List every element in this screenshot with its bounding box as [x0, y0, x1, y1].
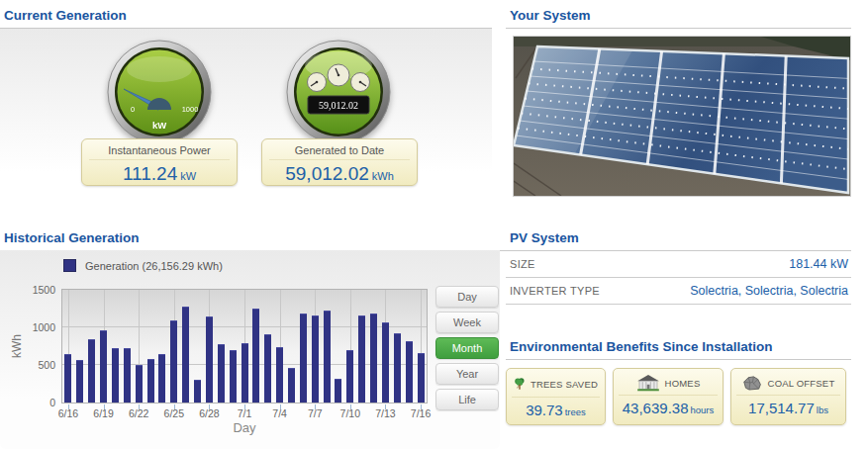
your-system-title: Your System: [506, 0, 851, 29]
generation-bar-6/25: [170, 320, 177, 403]
pv-row-inverter-type: INVERTER TYPE Solectria, Solectria, Sole…: [506, 278, 851, 305]
chart-range-button-year[interactable]: Year: [435, 363, 499, 385]
instantaneous-power-gauge-icon: 0 1000 kW: [107, 40, 212, 144]
gauge-max-label: 1000: [182, 105, 199, 114]
generation-bar-6/21: [124, 348, 131, 403]
solar-dashboard-page: { "sections": { "current_generation": "C…: [0, 0, 868, 449]
homes-unit: hours: [690, 404, 714, 415]
generation-bar-6/16: [64, 354, 71, 403]
generation-bar-6/18: [88, 339, 95, 403]
generation-bar-6/19: [100, 330, 107, 403]
y-axis-label: 1500: [14, 284, 55, 296]
legend-swatch: [63, 259, 76, 272]
generation-bar-7/4: [276, 347, 283, 403]
generation-bar-7/12: [370, 314, 377, 403]
x-axis-label: 6/22: [129, 407, 148, 419]
instantaneous-power-value: 111.24kW: [82, 160, 237, 185]
current-generation-title: Current Generation: [0, 0, 492, 29]
coal-offset-unit: lbs: [817, 404, 828, 415]
section-your-system: Your System: [506, 0, 851, 197]
historical-generation-title: Historical Generation: [0, 223, 506, 251]
generation-bar-7/14: [394, 333, 401, 403]
pv-inverter-value: Solectria, Solectria, Solectria: [690, 284, 848, 298]
coal-icon: [742, 374, 763, 392]
coal-offset-value-row: 17,514.77lbs: [731, 396, 845, 417]
x-axis-label: 7/7: [308, 407, 323, 419]
generation-bar-6/29: [218, 344, 225, 403]
generation-bar-7/10: [346, 350, 353, 403]
trees-saved-value-row: 39.73trees: [507, 398, 605, 419]
x-axis-label: 6/19: [93, 407, 113, 419]
generation-bar-6/30: [230, 350, 237, 403]
x-axis-title: Day: [61, 420, 428, 435]
generation-bar-7/8: [324, 311, 331, 403]
generation-bar-6/20: [112, 348, 119, 403]
solar-panel-photo: [513, 36, 851, 197]
trees-saved-value: 39.73: [526, 402, 563, 418]
x-axis-label: 7/13: [375, 407, 395, 419]
generation-bar-6/26: [182, 307, 189, 403]
section-pv-system: PV System SIZE 181.44 kW INVERTER TYPE S…: [506, 223, 851, 305]
generation-bar-7/11: [358, 315, 365, 403]
generation-bar-7/13: [382, 322, 389, 403]
generation-bar-7/5: [288, 368, 295, 403]
trees-saved-card: TREES SAVED 39.73trees: [506, 368, 606, 425]
generated-to-date-value: 59,012.02kWh: [262, 160, 417, 185]
chart-range-button-life[interactable]: Life: [435, 389, 499, 410]
pv-row-size: SIZE 181.44 kW: [506, 251, 851, 278]
pv-inverter-label: INVERTER TYPE: [510, 285, 600, 297]
section-environmental-benefits: Environmental Benefits Since Installatio…: [506, 331, 851, 425]
generation-bar-6/23: [147, 359, 154, 403]
generation-bar-6/24: [158, 354, 165, 403]
x-axis-label: 7/16: [411, 407, 431, 419]
pv-size-label: SIZE: [510, 258, 535, 270]
trees-saved-label: TREES SAVED: [530, 379, 598, 390]
generation-bar-7/6: [300, 314, 307, 403]
environmental-benefits-title: Environmental Benefits Since Installatio…: [506, 331, 851, 360]
x-axis-label: 6/25: [164, 407, 184, 419]
chart-range-button-day[interactable]: Day: [435, 286, 499, 308]
pv-size-value: 181.44 kW: [789, 257, 848, 271]
x-axis-label: 7/1: [238, 407, 252, 419]
generation-bar-7/3: [264, 334, 271, 403]
y-axis-label: 500: [14, 359, 55, 371]
instantaneous-power-card: Instantaneous Power 111.24kW: [81, 138, 238, 186]
y-axis-label: 0: [14, 397, 55, 408]
generated-to-date-label: Generated to Date: [269, 139, 410, 160]
pv-system-title: PV System: [506, 223, 851, 251]
instantaneous-power-unit: kW: [180, 170, 196, 182]
homes-label: HOMES: [665, 378, 701, 389]
x-axis-label: 7/10: [340, 407, 360, 419]
solar-panel-illustration: [514, 37, 850, 196]
generation-bar-7/16: [418, 353, 425, 403]
coal-offset-card: COAL OFFSET 17,514.77lbs: [730, 368, 846, 425]
tree-icon: [514, 374, 526, 394]
environmental-cards: TREES SAVED 39.73trees HOMES 43,639.38h: [506, 360, 851, 425]
homes-value: 43,639.38: [623, 400, 689, 416]
instantaneous-power-label: Instantaneous Power: [89, 139, 230, 160]
generated-to-date-unit: kWh: [372, 170, 394, 182]
generation-bar-6/17: [76, 360, 83, 403]
x-axis-label: 7/4: [272, 407, 287, 419]
generation-bar-6/22: [136, 365, 143, 403]
homes-value-row: 43,639.38hours: [614, 396, 723, 417]
generated-to-date-gauge-icon: 59,012.02: [286, 40, 391, 144]
section-historical-generation: Historical Generation Generation (26,156…: [0, 223, 506, 449]
generation-bar-7/9: [335, 379, 341, 403]
chart-legend: Generation (26,156.29 kWh): [63, 259, 223, 272]
legend-label: Generation (26,156.29 kWh): [85, 260, 223, 272]
generated-to-date-card: Generated to Date 59,012.02kWh: [261, 138, 418, 186]
chart-range-button-month[interactable]: Month: [435, 337, 499, 359]
y-axis-label: 1000: [14, 321, 55, 333]
section-current-generation: Current Generation 0 1000 kW: [0, 0, 492, 223]
chart-range-button-week[interactable]: Week: [435, 312, 499, 333]
gauge-min-label: 0: [131, 105, 135, 114]
homes-card: HOMES 43,639.38hours: [613, 368, 723, 425]
trees-saved-unit: trees: [565, 406, 586, 417]
generation-bar-7/2: [252, 309, 259, 403]
x-axis-label: 6/28: [199, 407, 219, 419]
current-generation-body: [0, 29, 492, 197]
generation-bar-7/1: [241, 343, 248, 403]
y-axis-title: kWh: [10, 331, 24, 361]
generation-bar-6/27: [194, 380, 201, 403]
